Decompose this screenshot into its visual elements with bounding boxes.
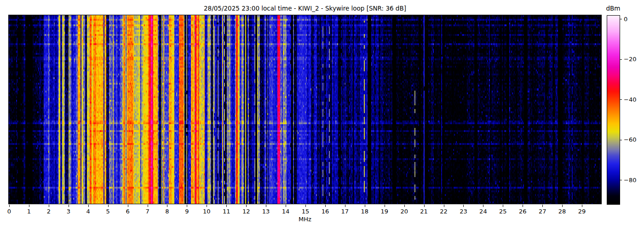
x-tick-label: 13	[259, 208, 272, 215]
x-tick	[404, 205, 405, 207]
x-tick	[503, 205, 503, 207]
x-tick	[385, 205, 385, 207]
x-tick	[266, 205, 266, 207]
x-tick-label: 28	[556, 208, 569, 215]
x-tick-label: 22	[437, 208, 450, 215]
x-tick-label: 6	[121, 208, 134, 215]
x-tick-label: 4	[82, 208, 95, 215]
x-tick	[483, 205, 483, 207]
colorbar-tick-label: 0	[624, 15, 627, 23]
x-tick	[69, 205, 69, 207]
x-tick	[128, 205, 128, 207]
x-tick	[88, 205, 89, 207]
x-tick-label: 1	[23, 208, 35, 215]
x-tick-label: 15	[299, 208, 312, 215]
x-tick-label: 23	[457, 208, 470, 215]
x-tick-label: 8	[161, 208, 173, 215]
x-tick	[582, 205, 582, 207]
x-tick-label: 3	[62, 208, 75, 215]
x-tick-label: 0	[3, 208, 16, 215]
colorbar-tick-label: −20	[624, 55, 636, 63]
x-tick	[562, 205, 563, 207]
x-tick-label: 19	[378, 208, 391, 215]
x-tick-label: 16	[319, 208, 332, 215]
x-tick-label: 5	[102, 208, 115, 215]
x-tick	[29, 205, 29, 207]
x-tick	[325, 205, 326, 207]
x-tick-label: 26	[516, 208, 529, 215]
x-tick-label: 10	[200, 208, 213, 215]
x-tick-label: 2	[42, 208, 55, 215]
x-tick-label: 9	[180, 208, 193, 215]
colorbar-tick	[620, 59, 622, 60]
x-tick	[444, 205, 444, 207]
x-tick-label: 24	[477, 208, 489, 215]
x-tick-label: 11	[220, 208, 233, 215]
x-tick	[424, 205, 425, 207]
x-tick	[365, 205, 365, 207]
x-tick-label: 21	[418, 208, 431, 215]
x-tick-label: 17	[339, 208, 351, 215]
x-tick-label: 12	[240, 208, 253, 215]
x-tick	[345, 205, 345, 207]
x-tick-label: 20	[398, 208, 411, 215]
x-axis-label: MHz	[9, 216, 601, 223]
colorbar-tick-label: −40	[624, 96, 636, 104]
x-tick	[226, 205, 227, 207]
x-tick	[167, 205, 167, 207]
colorbar-tick	[620, 19, 622, 19]
x-tick	[187, 205, 187, 207]
x-tick	[49, 205, 49, 207]
chart-title: 28/05/2025 23:00 local time - KIWI_2 - S…	[9, 5, 601, 12]
x-tick	[305, 205, 306, 207]
x-tick	[246, 205, 247, 207]
x-tick	[108, 205, 109, 207]
spectrogram-figure: 28/05/2025 23:00 local time - KIWI_2 - S…	[0, 0, 644, 230]
x-tick-label: 27	[536, 208, 549, 215]
x-tick-label: 29	[575, 208, 588, 215]
x-tick	[542, 205, 543, 207]
colorbar-tick	[620, 99, 622, 100]
x-tick	[286, 205, 286, 207]
colorbar-tick-label: −80	[624, 176, 636, 184]
colorbar-unit-label: dBm	[604, 5, 622, 12]
x-tick-label: 7	[141, 208, 154, 215]
x-tick	[463, 205, 464, 207]
x-tick	[148, 205, 148, 207]
colorbar-tick	[620, 180, 622, 180]
x-tick-label: 25	[496, 208, 509, 215]
x-tick	[9, 205, 10, 207]
colorbar-tick	[620, 140, 622, 140]
colorbar	[607, 15, 620, 205]
x-tick	[207, 205, 207, 207]
x-tick-label: 18	[358, 208, 371, 215]
colorbar-tick-label: −60	[624, 136, 636, 144]
x-tick	[523, 205, 523, 207]
x-tick-label: 14	[279, 208, 292, 215]
spectrogram-heatmap	[8, 15, 602, 204]
